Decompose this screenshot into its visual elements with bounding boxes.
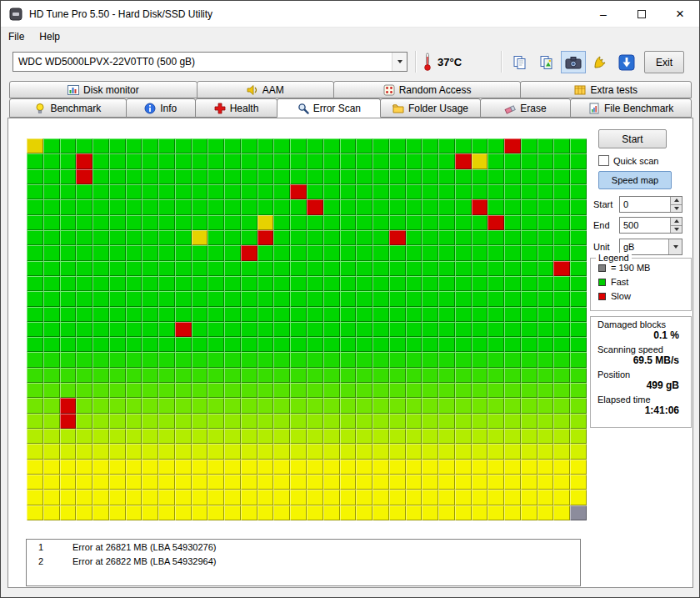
scan-block bbox=[438, 138, 455, 153]
scan-block bbox=[158, 215, 175, 230]
tab-info[interactable]: Info bbox=[126, 98, 196, 118]
end-field[interactable]: 500 bbox=[619, 217, 682, 234]
start-down-button[interactable] bbox=[671, 204, 682, 213]
scan-block bbox=[192, 153, 208, 168]
scan-block bbox=[241, 322, 258, 337]
legend-label: = 190 MB bbox=[611, 263, 650, 273]
scan-block bbox=[126, 230, 142, 245]
test-grid-icon bbox=[574, 84, 586, 96]
update-button[interactable] bbox=[614, 51, 639, 73]
scan-block bbox=[109, 429, 126, 444]
scan-block bbox=[109, 383, 126, 398]
scan-block bbox=[406, 184, 422, 199]
tab-aam[interactable]: AAM bbox=[197, 81, 334, 98]
scan-block bbox=[406, 337, 422, 352]
tab-disk-monitor[interactable]: Disk monitor bbox=[9, 81, 198, 98]
scan-block bbox=[455, 245, 472, 260]
error-log-row[interactable]: 1 Error at 26821 MB (LBA 54930276) bbox=[27, 540, 580, 554]
scan-block bbox=[422, 169, 438, 184]
scan-block bbox=[60, 505, 77, 520]
scan-block bbox=[92, 261, 109, 276]
scan-block bbox=[208, 475, 224, 490]
options-button[interactable] bbox=[588, 51, 612, 73]
scan-block bbox=[438, 199, 455, 214]
scan-block bbox=[208, 383, 224, 398]
scan-block bbox=[43, 475, 60, 490]
scan-block bbox=[521, 169, 538, 184]
scan-block bbox=[290, 398, 307, 413]
tab-erase[interactable]: Erase bbox=[480, 98, 572, 118]
scan-block bbox=[158, 368, 175, 383]
scan-block bbox=[109, 230, 126, 245]
scan-block bbox=[258, 505, 274, 520]
screenshot-button[interactable] bbox=[561, 51, 586, 73]
scan-block bbox=[60, 215, 77, 230]
scan-block bbox=[323, 398, 340, 413]
scan-block bbox=[504, 475, 521, 490]
scan-block bbox=[76, 322, 92, 337]
scan-block bbox=[43, 414, 60, 429]
tab-benchmark[interactable]: Benchmark bbox=[9, 98, 127, 118]
scan-block bbox=[175, 505, 192, 520]
tab-extra-tests[interactable]: Extra tests bbox=[520, 81, 692, 98]
scan-block bbox=[438, 291, 455, 306]
scan-block bbox=[109, 444, 126, 459]
tab-folder-usage[interactable]: Folder Usage bbox=[380, 98, 480, 118]
start-up-button[interactable] bbox=[671, 197, 682, 204]
scan-block bbox=[175, 307, 192, 322]
scan-block bbox=[273, 322, 290, 337]
scan-block bbox=[406, 444, 422, 459]
scan-block bbox=[323, 505, 340, 520]
scan-block bbox=[472, 368, 488, 383]
scan-block bbox=[192, 199, 208, 214]
scan-block bbox=[142, 490, 158, 505]
scan-block bbox=[142, 276, 158, 291]
scan-block bbox=[43, 153, 60, 168]
scan-block bbox=[372, 429, 389, 444]
scan-block bbox=[290, 215, 307, 230]
scan-block bbox=[142, 291, 158, 306]
copy-text-button[interactable] bbox=[508, 51, 532, 73]
scan-block bbox=[126, 352, 142, 367]
error-log-row[interactable]: 2 Error at 26822 MB (LBA 54932964) bbox=[27, 554, 580, 568]
tab-error-scan[interactable]: Error Scan bbox=[277, 98, 381, 118]
scan-block bbox=[208, 490, 224, 505]
exit-button[interactable]: Exit bbox=[644, 51, 684, 73]
scan-block bbox=[192, 261, 208, 276]
scan-block bbox=[92, 460, 109, 475]
scan-block bbox=[472, 352, 488, 367]
scan-block bbox=[290, 352, 307, 367]
copy-image-button[interactable] bbox=[534, 51, 559, 73]
scan-block bbox=[472, 138, 488, 153]
scan-block bbox=[538, 169, 554, 184]
start-field[interactable]: 0 bbox=[619, 196, 682, 213]
start-scan-button[interactable]: Start bbox=[598, 129, 667, 148]
scan-block bbox=[60, 261, 77, 276]
speed-map-button[interactable]: Speed map bbox=[598, 171, 672, 189]
scan-block bbox=[208, 153, 224, 168]
scan-block bbox=[455, 460, 472, 475]
scan-block bbox=[455, 184, 472, 199]
minimize-button[interactable]: – bbox=[584, 1, 622, 27]
drive-select[interactable]: WDC WD5000LPVX-22V0TT0 (500 gB) bbox=[12, 52, 408, 72]
end-up-button[interactable] bbox=[671, 218, 682, 225]
scan-block bbox=[208, 429, 224, 444]
scan-block bbox=[109, 352, 126, 367]
scan-block bbox=[258, 215, 274, 230]
scan-block bbox=[175, 215, 192, 230]
close-button[interactable]: × bbox=[661, 1, 699, 27]
tab-file-benchmark[interactable]: File Benchmark bbox=[570, 98, 692, 118]
quick-scan-checkbox[interactable] bbox=[598, 155, 609, 166]
speaker-icon bbox=[247, 84, 258, 96]
scan-block bbox=[192, 169, 208, 184]
menu-file[interactable]: File bbox=[1, 29, 32, 44]
scan-block bbox=[307, 490, 323, 505]
maximize-button[interactable] bbox=[622, 1, 661, 27]
copy-image-icon bbox=[539, 55, 554, 70]
scan-block bbox=[406, 138, 422, 153]
tab-random-access[interactable]: Random Access bbox=[333, 81, 522, 98]
tab-health[interactable]: Health bbox=[195, 98, 278, 118]
scan-block bbox=[521, 490, 538, 505]
menu-help[interactable]: Help bbox=[32, 29, 68, 44]
end-down-button[interactable] bbox=[671, 225, 682, 234]
